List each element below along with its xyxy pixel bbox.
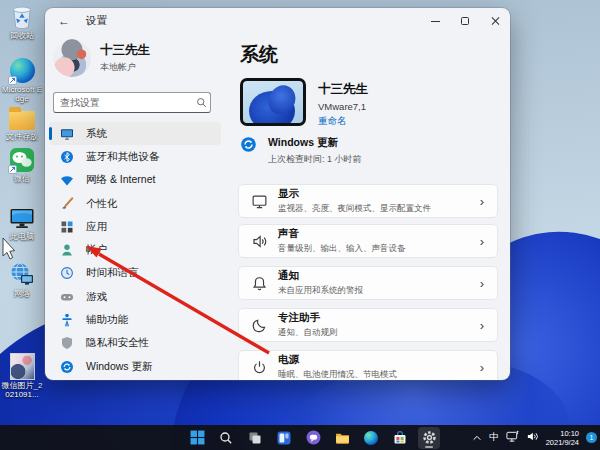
desktop-icon-edge[interactable]: Microsoft Edge: [0, 57, 44, 103]
minimize-icon: [431, 21, 440, 22]
desktop-icon-wechat-image[interactable]: 微信图片_2021091...: [0, 353, 44, 399]
maximize-button[interactable]: [450, 8, 480, 34]
device-name: 十三先生: [318, 81, 368, 98]
folder-icon: [9, 104, 36, 131]
desktop-icon-label: 微信: [14, 174, 30, 183]
desktop-icon-recycle-bin[interactable]: 回收站: [0, 3, 44, 40]
search-input[interactable]: [54, 97, 196, 108]
tray-volume-icon[interactable]: [526, 429, 539, 447]
microsoft-store-button[interactable]: [389, 427, 411, 449]
power-icon: [251, 359, 268, 376]
avatar: [53, 39, 91, 77]
file-explorer-button[interactable]: [331, 427, 353, 449]
account-type: 本地帐户: [100, 61, 150, 74]
card-power[interactable]: 电源 睡眠、电池使用情况、节电模式 ›: [238, 350, 498, 380]
recycle-bin-icon: [9, 3, 36, 30]
ime-indicator[interactable]: 中: [489, 431, 499, 444]
close-icon: [490, 16, 500, 26]
accounts-icon: [60, 243, 74, 257]
device-info: 十三先生 VMware7,1 重命名: [240, 78, 368, 128]
sidebar-item-network-internet[interactable]: 网络 & Internet: [49, 169, 221, 192]
card-sound[interactable]: 声音 音量级别、输出、输入、声音设备 ›: [238, 224, 498, 258]
task-view-button[interactable]: [244, 427, 266, 449]
chevron-right-icon: ›: [480, 234, 484, 249]
titlebar[interactable]: ← 设置: [45, 8, 510, 34]
wifi-icon: [60, 173, 74, 187]
sidebar-item-bluetooth-devices[interactable]: 蓝牙和其他设备: [49, 145, 221, 168]
sidebar-item-gaming[interactable]: 游戏: [49, 285, 221, 308]
windows-update-icon: [60, 360, 74, 374]
desktop-icon-network[interactable]: 网络: [0, 261, 44, 298]
device-model: VMware7,1: [318, 101, 368, 112]
image-file-icon: [9, 353, 36, 380]
desktop-icon-wechat[interactable]: 微信: [0, 146, 44, 183]
this-pc-icon: [9, 204, 36, 231]
settings-sidebar: 十三先生 本地帐户 系统 蓝牙和其他设备: [45, 34, 228, 380]
chevron-right-icon: ›: [480, 194, 484, 209]
desktop-icon-label: Microsoft Edge: [0, 85, 44, 103]
sidebar-item-privacy-security[interactable]: 隐私和安全性: [49, 332, 221, 355]
windows-update-status[interactable]: Windows 更新 上次检查时间: 1 小时前: [240, 136, 362, 166]
chevron-right-icon: ›: [480, 360, 484, 375]
wechat-icon: [9, 146, 36, 173]
card-focus-assist[interactable]: 专注助手 通知、自动规则 ›: [238, 308, 498, 342]
clock-icon: [60, 266, 74, 280]
search-icon: [196, 97, 207, 108]
desktop-icon-this-pc[interactable]: 此电脑: [0, 204, 44, 241]
display-icon: [251, 193, 268, 210]
sidebar-item-apps[interactable]: 应用: [49, 215, 221, 238]
shield-icon: [60, 336, 74, 350]
desktop-icon-label: 网络: [14, 289, 30, 298]
clock-date: 2021/9/24: [546, 438, 579, 447]
desktop-icon-label: 微信图片_2021091...: [0, 381, 44, 399]
maximize-icon: [461, 17, 469, 25]
bell-icon: [251, 275, 268, 292]
close-button[interactable]: [480, 8, 510, 34]
minimize-button[interactable]: [420, 8, 450, 34]
desktop-icon-label: 文件存放: [6, 132, 38, 141]
edge-taskbar-button[interactable]: [360, 427, 382, 449]
chevron-right-icon: ›: [480, 276, 484, 291]
sidebar-item-time-language[interactable]: 时间和语言: [49, 262, 221, 285]
sidebar-item-system[interactable]: 系统: [49, 122, 221, 145]
sidebar-item-personalization[interactable]: 个性化: [49, 192, 221, 215]
user-name: 十三先生: [100, 42, 150, 59]
desktop: 回收站 Microsoft Edge 文件存放 微信 此电脑 网络 微信图片_2…: [0, 0, 600, 450]
tray-network-icon[interactable]: [506, 429, 519, 447]
notification-badge[interactable]: 1: [586, 432, 597, 443]
shortcut-arrow-icon: [8, 165, 17, 174]
settings-search[interactable]: [53, 92, 211, 113]
desktop-icon-folder[interactable]: 文件存放: [0, 104, 44, 141]
shortcut-arrow-icon: [8, 76, 17, 85]
bluetooth-icon: [60, 150, 74, 164]
device-thumbnail: [240, 78, 306, 126]
card-notifications[interactable]: 通知 来自应用和系统的警报 ›: [238, 266, 498, 300]
moon-icon: [251, 317, 268, 334]
widgets-button[interactable]: [273, 427, 295, 449]
rename-link[interactable]: 重命名: [318, 115, 368, 128]
accessibility-icon: [60, 313, 74, 327]
apps-icon: [60, 220, 74, 234]
sidebar-item-accounts[interactable]: 帐户: [49, 238, 221, 261]
edge-icon: [9, 57, 36, 84]
chat-button[interactable]: [302, 427, 324, 449]
page-title: 系统: [240, 42, 278, 68]
sidebar-item-accessibility[interactable]: 辅助功能: [49, 308, 221, 331]
chevron-right-icon: ›: [480, 318, 484, 333]
desktop-icon-label: 回收站: [10, 31, 34, 40]
taskbar-search-button[interactable]: [215, 427, 237, 449]
update-title: Windows 更新: [268, 136, 362, 150]
start-button[interactable]: [186, 427, 208, 449]
taskbar-clock[interactable]: 10:10 2021/9/24: [546, 429, 579, 447]
user-profile[interactable]: 十三先生 本地帐户: [53, 39, 150, 77]
back-button[interactable]: ←: [58, 14, 70, 28]
card-display[interactable]: 显示 监视器、亮度、夜间模式、显示配置文件 ›: [238, 184, 498, 218]
settings-window: ← 设置 十三先生 本地帐户: [45, 8, 510, 380]
settings-taskbar-button[interactable]: [418, 427, 440, 449]
network-icon: [9, 261, 36, 288]
tray-chevron-up-icon[interactable]: [472, 429, 482, 447]
sidebar-item-windows-update[interactable]: Windows 更新: [49, 355, 221, 378]
windows-update-icon: [240, 136, 257, 157]
taskbar: 中 10:10 2021/9/24 1: [0, 425, 600, 450]
brush-icon: [60, 197, 74, 211]
